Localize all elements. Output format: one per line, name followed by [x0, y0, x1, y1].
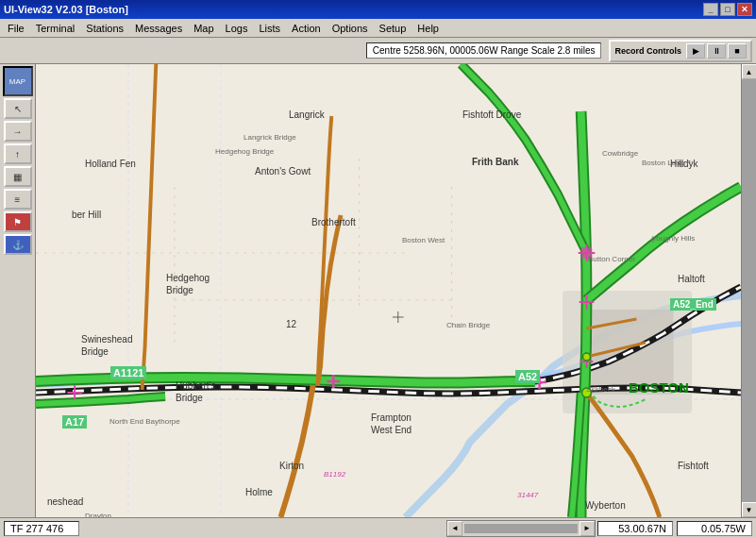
minimize-button[interactable]: _: [703, 3, 718, 16]
map-area[interactable]: Langrick Langrick Bridge Fishtoft Drove …: [36, 64, 741, 517]
record-play-button[interactable]: ▶: [686, 43, 705, 59]
sidebar-btn-3[interactable]: ↑: [4, 143, 32, 164]
sidebar-btn-6[interactable]: ⚑: [4, 211, 32, 232]
sidebar: MAP ↖ → ↑ ▦ ≡ ⚑ ⚓: [0, 64, 36, 517]
maximize-button[interactable]: □: [720, 3, 735, 16]
record-stop-button[interactable]: ■: [728, 43, 747, 59]
vertical-scrollbar[interactable]: ▲ ▼: [741, 64, 756, 517]
coord-display: Centre 5258.96N, 00005.06W Range Scale 2…: [366, 42, 602, 59]
up-arrow-icon: ↑: [15, 149, 20, 160]
scroll-right-button[interactable]: ►: [580, 521, 595, 536]
svg-point-28: [582, 388, 592, 397]
menu-map[interactable]: Map: [188, 21, 219, 36]
menu-options[interactable]: Options: [327, 21, 374, 36]
map-svg: [36, 64, 741, 517]
menu-logs[interactable]: Logs: [220, 21, 254, 36]
coordinate-display: 53.00.67N 0.05.75W: [597, 521, 752, 536]
menu-messages[interactable]: Messages: [129, 21, 188, 36]
menu-setup[interactable]: Setup: [374, 21, 412, 36]
layers-icon: ≡: [15, 194, 21, 205]
flag-icon: ⚑: [13, 217, 22, 227]
map-thumbnail-button[interactable]: MAP: [3, 66, 33, 96]
menu-lists[interactable]: Lists: [253, 21, 286, 36]
grid-reference: TF 277 476: [4, 521, 79, 536]
menu-stations[interactable]: Stations: [80, 21, 129, 36]
titlebar: UI-View32 V2.03 [Boston] _ □ ✕: [0, 0, 756, 19]
scroll-track[interactable]: [742, 79, 756, 502]
main-content: MAP ↖ → ↑ ▦ ≡ ⚑ ⚓: [0, 64, 756, 517]
scroll-up-button[interactable]: ▲: [742, 64, 757, 79]
record-controls: Record Controls ▶ ⏸ ■: [609, 40, 752, 62]
sidebar-btn-7[interactable]: ⚓: [4, 234, 32, 255]
scroll-down-button[interactable]: ▼: [742, 502, 757, 517]
menubar: File Terminal Stations Messages Map Logs…: [0, 19, 756, 38]
coord-north: 53.00.67N: [597, 521, 673, 536]
menu-terminal[interactable]: Terminal: [30, 21, 81, 36]
horizontal-scroll-track[interactable]: [464, 524, 578, 533]
close-button[interactable]: ✕: [737, 3, 752, 16]
record-pause-button[interactable]: ⏸: [707, 43, 726, 59]
sidebar-btn-5[interactable]: ≡: [4, 189, 32, 210]
menu-help[interactable]: Help: [412, 21, 445, 36]
window-title: UI-View32 V2.03 [Boston]: [4, 4, 128, 15]
arrow-right-icon: →: [13, 126, 23, 137]
anchor-icon: ⚓: [12, 240, 24, 250]
sidebar-btn-4[interactable]: ▦: [4, 166, 32, 187]
toolbar: Centre 5258.96N, 00005.06W Range Scale 2…: [0, 38, 756, 64]
menu-action[interactable]: Action: [286, 21, 327, 36]
scroll-left-button[interactable]: ◄: [447, 521, 462, 536]
map-icon: MAP: [9, 77, 25, 86]
menu-file[interactable]: File: [2, 21, 30, 36]
sidebar-btn-1[interactable]: ↖: [4, 98, 32, 119]
record-controls-label: Record Controls: [614, 46, 681, 56]
window-controls: _ □ ✕: [703, 3, 752, 16]
coord-west: 0.05.75W: [677, 521, 752, 536]
grid-icon: ▦: [13, 172, 22, 182]
sidebar-btn-2[interactable]: →: [4, 121, 32, 142]
svg-point-29: [583, 353, 591, 361]
arrow-icon: ↖: [14, 104, 22, 114]
statusbar: TF 277 476 ◄ ► 53.00.67N 0.05.75W: [0, 517, 756, 538]
